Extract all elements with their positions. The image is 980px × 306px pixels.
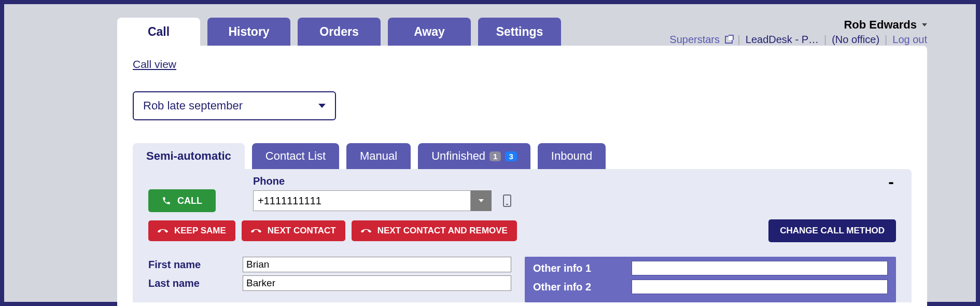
other-info-1-input[interactable] bbox=[632, 261, 888, 275]
collapse-button[interactable]: - bbox=[888, 172, 894, 191]
mobile-icon bbox=[503, 194, 511, 207]
main-tab-bar: Call History Orders Away Settings Rob Ed… bbox=[117, 18, 927, 46]
subnav-call-view[interactable]: Call view bbox=[133, 58, 176, 71]
next-contact-button[interactable]: NEXT CONTACT bbox=[242, 220, 345, 241]
mode-tab-label: Manual bbox=[360, 149, 397, 163]
separator: | bbox=[738, 34, 740, 46]
chevron-down-icon bbox=[318, 104, 326, 108]
external-link-icon bbox=[725, 36, 733, 44]
header-right: Rob Edwards Superstars | LeadDesk - P… |… bbox=[669, 18, 927, 46]
phone-icon bbox=[162, 196, 171, 205]
other-info-2-input[interactable] bbox=[632, 280, 888, 294]
contact-form-left: First name Last name bbox=[148, 257, 511, 302]
last-name-input[interactable] bbox=[243, 275, 511, 291]
user-name: Rob Edwards bbox=[844, 18, 917, 32]
other-info-2-label: Other info 2 bbox=[533, 281, 632, 293]
hangup-icon bbox=[158, 228, 168, 234]
button-label: NEXT CONTACT AND REMOVE bbox=[377, 226, 508, 236]
tab-label: Orders bbox=[319, 25, 358, 39]
tab-away[interactable]: Away bbox=[388, 18, 471, 46]
hangup-icon bbox=[251, 228, 261, 234]
button-label: CHANGE CALL METHOD bbox=[780, 226, 885, 236]
campaign-selected-label: Rob late september bbox=[143, 99, 243, 113]
keep-same-button[interactable]: KEEP SAME bbox=[148, 220, 235, 241]
caret-down-icon bbox=[922, 23, 927, 26]
app-name: LeadDesk - P… bbox=[746, 34, 819, 46]
phone-label: Phone bbox=[253, 175, 896, 187]
mode-tab-label: Inbound bbox=[551, 149, 593, 163]
change-call-method-button[interactable]: CHANGE CALL METHOD bbox=[768, 219, 896, 242]
tab-label: History bbox=[228, 25, 269, 39]
campaign-select[interactable]: Rob late september bbox=[133, 91, 336, 120]
user-menu[interactable]: Rob Edwards bbox=[669, 18, 927, 32]
phone-dropdown[interactable] bbox=[471, 190, 492, 211]
mode-tab-semi-automatic[interactable]: Semi-automatic bbox=[133, 143, 245, 169]
separator: | bbox=[824, 34, 827, 46]
call-button[interactable]: CALL bbox=[148, 189, 216, 212]
button-label: NEXT CONTACT bbox=[268, 226, 336, 236]
tab-label: Away bbox=[414, 25, 445, 39]
tab-history[interactable]: History bbox=[207, 18, 290, 46]
content-card: Call view Rob late september Semi-automa… bbox=[117, 46, 927, 306]
button-label: KEEP SAME bbox=[174, 226, 226, 236]
separator: | bbox=[885, 34, 887, 46]
call-panel: - Phone CALL KEEP SAME bbox=[133, 169, 912, 302]
logout-link[interactable]: Log out bbox=[892, 34, 927, 46]
unfinished-badge-blue: 3 bbox=[505, 151, 516, 161]
other-info-1-label: Other info 1 bbox=[533, 262, 632, 274]
mode-tab-manual[interactable]: Manual bbox=[346, 143, 411, 169]
mode-tab-inbound[interactable]: Inbound bbox=[538, 143, 606, 169]
contact-form-right: Other info 1 Other info 2 bbox=[525, 257, 896, 302]
office-label: (No office) bbox=[832, 34, 879, 46]
tab-orders[interactable]: Orders bbox=[298, 18, 381, 46]
unfinished-badge-gray: 1 bbox=[489, 151, 501, 161]
workspace-link-label: Superstars bbox=[669, 34, 720, 45]
phone-input[interactable] bbox=[253, 190, 471, 211]
tab-settings[interactable]: Settings bbox=[478, 18, 561, 46]
workspace-link[interactable]: Superstars bbox=[669, 34, 732, 46]
first-name-input[interactable] bbox=[243, 257, 511, 272]
tab-label: Call bbox=[148, 25, 170, 39]
mode-tab-contact-list[interactable]: Contact List bbox=[252, 143, 339, 169]
last-name-label: Last name bbox=[148, 277, 243, 289]
mode-tab-label: Unfinished bbox=[431, 149, 485, 163]
hangup-icon bbox=[361, 228, 371, 234]
first-name-label: First name bbox=[148, 259, 243, 271]
mode-tab-label: Semi-automatic bbox=[146, 149, 231, 163]
call-button-label: CALL bbox=[177, 196, 202, 206]
chevron-down-icon bbox=[479, 199, 484, 202]
next-contact-remove-button[interactable]: NEXT CONTACT AND REMOVE bbox=[352, 220, 517, 241]
mode-tab-unfinished[interactable]: Unfinished 1 3 bbox=[418, 143, 530, 169]
mode-tab-bar: Semi-automatic Contact List Manual Unfin… bbox=[133, 143, 912, 169]
tab-label: Settings bbox=[496, 25, 543, 39]
mode-tab-label: Contact List bbox=[265, 149, 326, 163]
tab-call[interactable]: Call bbox=[117, 18, 200, 46]
